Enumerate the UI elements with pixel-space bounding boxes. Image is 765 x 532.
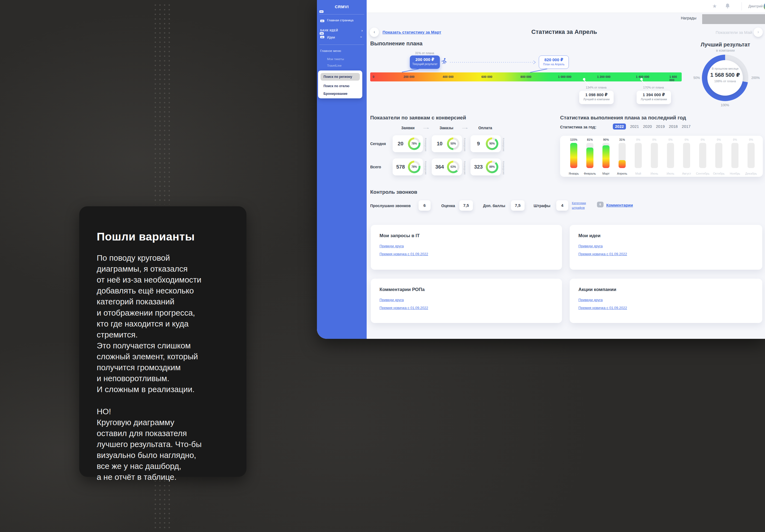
- arrow-right-icon: →: [421, 125, 430, 130]
- col-header-payment: Оплата: [478, 126, 492, 130]
- submenu-item-booking[interactable]: Бронирование: [324, 92, 348, 96]
- calls-extra-value: 7,5: [511, 200, 524, 211]
- year-option-2019[interactable]: 2019: [656, 124, 665, 129]
- month-bar: 90%Март: [598, 136, 614, 177]
- donut-scale-50: 50%: [693, 76, 700, 80]
- year-option-2018[interactable]: 2018: [669, 124, 678, 129]
- conversion-heading: Показатели по заявкам с конверсией: [370, 115, 466, 121]
- app-logo: CRMVI: [317, 4, 367, 9]
- card-my-ideas: Мои идеи Приведи друга Премия новичка с …: [570, 225, 762, 270]
- month-bar: 0%Сентябрь: [695, 136, 710, 177]
- conversion-percent: 63%: [449, 163, 458, 171]
- conversion-percent: 90%: [488, 139, 496, 148]
- metric-value: 323: [470, 164, 486, 170]
- next-month-label: Показатели за Май: [710, 30, 752, 35]
- conversion-percent: 78%: [410, 163, 418, 171]
- sidebar-item-home[interactable]: Главная страница: [327, 19, 354, 22]
- month-bar: 0%Ноябрь: [727, 136, 743, 177]
- card-link[interactable]: Приведи друга: [380, 298, 404, 302]
- conversion-label: Конверсия: [502, 138, 505, 151]
- conversion-percent: 78%: [410, 139, 418, 148]
- card-link[interactable]: Премия новичка с 01.09.2022: [380, 252, 428, 256]
- best1-percent: 134% от плана: [586, 86, 606, 89]
- calls-penalty-label: Штрафы: [533, 204, 550, 208]
- penalty-categories-link[interactable]: Категории штрафов: [572, 201, 591, 210]
- best1-label: Лучший в компании: [579, 98, 614, 101]
- row-label-total: Всего: [370, 165, 381, 169]
- submenu-item-search-region[interactable]: Поиск по региону: [324, 75, 352, 79]
- comments-bubble-icon[interactable]: 6: [597, 202, 603, 208]
- card-link[interactable]: Приведи друга: [578, 298, 603, 302]
- best-result-subheading: в компании: [694, 48, 757, 52]
- month-bar: 0%Май: [631, 136, 646, 177]
- redacted-block: [702, 14, 765, 24]
- design-canvas: Пошли варианты По поводу круговой диагра…: [0, 0, 765, 532]
- notifications-bell-icon[interactable]: [725, 3, 730, 10]
- note-body: По поводу круговой диаграммы, я отказалс…: [97, 253, 229, 483]
- submenu-item-search-hotel[interactable]: Поиск по отелю: [324, 84, 350, 88]
- divider: [320, 45, 364, 45]
- month-bar: 0%Август: [679, 136, 694, 177]
- comments-count: 6: [599, 203, 601, 206]
- month-bar: 0%Июль: [663, 136, 678, 177]
- sidebar-section-main-menu: Главное меню: [320, 49, 341, 52]
- year-option-2020[interactable]: 2020: [643, 124, 652, 129]
- conversion-ring: 90%: [486, 138, 498, 150]
- year-option-2022[interactable]: 2022: [613, 124, 626, 130]
- chevron-down-icon[interactable]: ›: [359, 36, 364, 37]
- conversion-card: 364 63%: [432, 159, 462, 176]
- next-month-button[interactable]: ›: [754, 28, 763, 37]
- donut-caption: В прошлом месяце: [707, 67, 743, 71]
- card-link[interactable]: Приведи друга: [578, 244, 603, 248]
- year-option-2017[interactable]: 2017: [682, 124, 690, 129]
- year-option-2021[interactable]: 2021: [630, 124, 639, 129]
- month-bar: 81%Февраль: [582, 136, 597, 177]
- calls-listened-label: Прослушано звонков: [370, 204, 410, 208]
- calls-heading: Контроль звонков: [370, 189, 417, 195]
- avatar[interactable]: [763, 2, 765, 11]
- conversion-label: Конверсия: [463, 161, 466, 175]
- calls-score-value: 7,5: [459, 200, 473, 211]
- row-label-today: Сегодня: [370, 142, 386, 146]
- crm-app-window: CRMVI Главная страница БАНК ИДЕЙ › Идеи …: [317, 0, 765, 339]
- best2-label: Лучший в компании: [637, 98, 671, 101]
- divider: [741, 2, 742, 10]
- sidebar-section-idea-bank[interactable]: БАНК ИДЕЙ: [320, 29, 338, 32]
- conversion-ring: 89%: [486, 161, 498, 173]
- sidebar-item-my-tickets[interactable]: Мои тикеты: [327, 57, 344, 61]
- year-stats-heading: Статистика выполнения плана за последний…: [560, 115, 686, 121]
- sidebar-item-travelline[interactable]: TravelLine: [327, 64, 342, 67]
- ideas-icon: [320, 36, 324, 38]
- card-link[interactable]: Премия новичка с 01.09.2022: [578, 252, 627, 256]
- month-bar: 0%Июнь: [647, 136, 662, 177]
- card-title: Мои запросы в IT: [380, 233, 553, 239]
- sidebar-submenu: Поиск по региону Поиск по отелю Брониров…: [318, 71, 362, 98]
- card-link[interactable]: Премия новичка с 01.09.2022: [380, 306, 428, 310]
- calls-penalty-value: 4: [556, 200, 568, 211]
- month-bar: 0%Декабрь: [743, 136, 759, 177]
- card-link[interactable]: Премия новичка с 01.09.2022: [578, 306, 627, 310]
- favorites-star-icon[interactable]: ★: [712, 3, 717, 9]
- tab-awards[interactable]: Награды: [681, 16, 696, 20]
- card-rop-comments: Комментарии РОПа Приведи друга Премия но…: [371, 279, 562, 323]
- card-title: Мои идеи: [578, 233, 754, 239]
- donut-percent: 188% от плана: [707, 80, 743, 83]
- sidebar-item-ideas[interactable]: Идеи: [327, 36, 335, 39]
- menu-icon[interactable]: [320, 10, 324, 13]
- dot-pattern-top: [153, 3, 171, 205]
- prev-month-button[interactable]: ‹: [370, 28, 379, 37]
- best-result-donut: В прошлом месяце 1 568 500 ₽ 188% от пла…: [702, 55, 748, 101]
- month-bar: 115%Январь: [566, 136, 581, 177]
- comments-link[interactable]: Комментарии: [606, 203, 633, 208]
- col-header-requests: Заявки: [401, 126, 415, 130]
- chevron-right-icon[interactable]: ›: [362, 28, 363, 33]
- conversion-card: 10 50%: [432, 135, 462, 152]
- show-march-stats-link[interactable]: Показать статистику за Март: [382, 30, 441, 34]
- top-bar: ★ Дмитрий: [367, 0, 765, 13]
- ideas-badge-icon: [320, 32, 324, 35]
- user-name[interactable]: Дмитрий: [748, 4, 763, 8]
- designer-note-card: Пошли варианты По поводу круговой диагра…: [79, 206, 247, 477]
- card-link[interactable]: Приведи друга: [380, 244, 404, 248]
- best1-value: 1 098 800 ₽: [579, 92, 614, 97]
- dot-pattern-bottom: [153, 479, 171, 531]
